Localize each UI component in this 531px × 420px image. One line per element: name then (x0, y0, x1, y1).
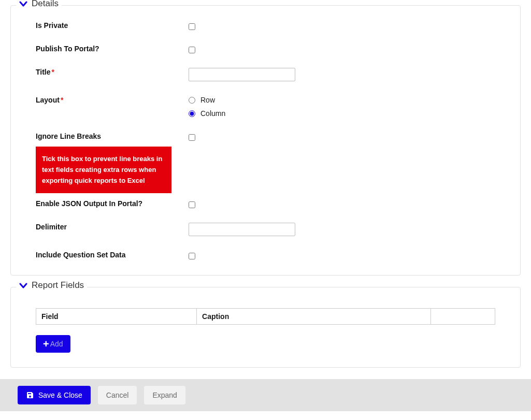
report-fields-title: Report Fields (32, 280, 84, 291)
include-qs-label: Include Question Set Data (36, 251, 189, 259)
layout-row-option[interactable]: Row (189, 96, 215, 104)
publish-to-portal-label: Publish To Portal? (36, 45, 189, 53)
ignore-line-breaks-label: Ignore Line Breaks (36, 132, 189, 140)
ignore-line-breaks-checkbox[interactable] (189, 134, 195, 141)
layout-row-radio[interactable] (189, 97, 195, 104)
chevron-down-icon[interactable] (19, 282, 27, 289)
report-fields-legend: Report Fields (16, 280, 87, 291)
title-input[interactable] (189, 68, 295, 81)
delimiter-label: Delimiter (36, 223, 189, 231)
plus-icon: + (43, 340, 49, 347)
chevron-down-icon[interactable] (19, 0, 27, 7)
column-field: Field (36, 309, 197, 325)
cancel-button[interactable]: Cancel (98, 386, 137, 404)
layout-row-label: Row (200, 96, 215, 104)
ignore-line-breaks-wrap: Ignore Line Breaks Tick this box to prev… (36, 132, 189, 193)
layout-column-radio[interactable] (189, 110, 195, 117)
required-marker: * (61, 96, 63, 104)
save-close-label: Save & Close (38, 391, 82, 399)
table-header-row: Field Caption (36, 309, 495, 325)
report-fields-section: Report Fields Field Caption + Add (10, 287, 521, 368)
add-button-label: Add (50, 340, 63, 348)
publish-to-portal-checkbox[interactable] (189, 47, 195, 53)
enable-json-label: Enable JSON Output In Portal? (36, 199, 189, 208)
layout-label: Layout* (36, 96, 189, 104)
is-private-checkbox[interactable] (189, 23, 195, 30)
column-actions (430, 309, 495, 325)
cancel-label: Cancel (106, 391, 129, 399)
enable-json-checkbox[interactable] (189, 201, 195, 208)
layout-column-label: Column (200, 109, 225, 118)
ignore-line-breaks-help: Tick this box to prevent line breaks in … (36, 147, 171, 193)
details-title: Details (32, 0, 59, 9)
report-fields-table: Field Caption (36, 308, 495, 325)
delimiter-input[interactable] (189, 223, 295, 236)
title-label: Title* (36, 68, 189, 76)
expand-button[interactable]: Expand (144, 386, 185, 404)
save-close-button[interactable]: Save & Close (18, 386, 91, 404)
details-legend: Details (16, 0, 62, 9)
column-caption: Caption (197, 309, 431, 325)
include-qs-checkbox[interactable] (189, 253, 195, 259)
required-marker: * (52, 68, 54, 76)
expand-label: Expand (152, 391, 177, 399)
is-private-label: Is Private (36, 21, 189, 30)
details-section: Details Is Private Publish To Portal? Ti… (10, 5, 521, 276)
save-icon (26, 391, 34, 399)
layout-column-option[interactable]: Column (189, 109, 225, 118)
add-button[interactable]: + Add (36, 335, 70, 353)
footer-bar: Save & Close Cancel Expand (0, 379, 531, 411)
